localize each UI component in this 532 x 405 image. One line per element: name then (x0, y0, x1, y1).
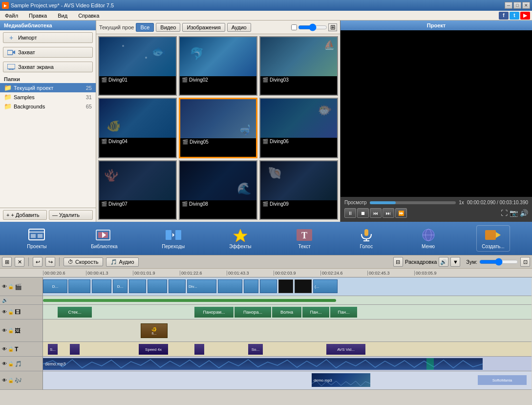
text-clip-2[interactable] (70, 344, 80, 355)
video-thumb-diving01[interactable]: 🐟 🎬 Diving01 (98, 36, 177, 96)
video-clip-black[interactable] (278, 279, 293, 293)
capture-button[interactable]: Захват (3, 47, 93, 58)
redo-button[interactable]: ↪ (45, 257, 55, 267)
filter-audio-button[interactable]: Аудио (227, 23, 251, 32)
video-clip-black2[interactable] (295, 279, 312, 293)
filter-video-button[interactable]: Видео (156, 23, 180, 32)
video-clip-7[interactable] (169, 279, 186, 293)
folder-current-project[interactable]: 📁 Текущий проект 25 (0, 83, 96, 92)
video-clip-8[interactable] (218, 279, 242, 293)
effect-clip-5[interactable]: Пан... (302, 307, 329, 318)
video-clip-9[interactable] (244, 279, 258, 293)
close-button[interactable]: ✕ (522, 2, 530, 9)
softomania-watermark[interactable]: SoftoMania (478, 375, 527, 385)
track-content-area[interactable]: D... D... Div... (... (43, 277, 532, 390)
projects-icon (28, 228, 45, 242)
menu-file[interactable]: Файл (2, 12, 21, 20)
volume-button[interactable]: 🔊 (520, 209, 528, 217)
minimize-button[interactable]: ─ (505, 2, 512, 9)
window-controls[interactable]: ─ □ ✕ (505, 2, 530, 9)
youtube-icon[interactable]: ▶ (520, 12, 530, 20)
fast-forward-button[interactable]: ⏭ (383, 208, 394, 218)
video-clip-10[interactable] (260, 279, 277, 293)
menu-edit[interactable]: Правка (26, 12, 50, 20)
video-clip-1[interactable]: D... (43, 279, 67, 293)
filter-all-button[interactable]: Все (136, 23, 154, 32)
audio-button[interactable]: 🎵 Аудио (106, 257, 139, 267)
tool-projects[interactable]: Проекты (22, 226, 51, 251)
folder-backgrounds[interactable]: 📁 Backgrounds 65 (0, 102, 96, 111)
text-clip-1[interactable]: S... (48, 344, 58, 355)
video-clip-2[interactable] (68, 279, 90, 293)
speed-button[interactable]: ⏱ Скорость (64, 257, 103, 266)
title-bar: ▶ Sample Project.vep* - AVS Video Editor… (0, 0, 532, 11)
video-thumb-diving02[interactable]: 🐬 🎬 Diving02 (179, 36, 257, 96)
menu-help[interactable]: Справка (75, 12, 102, 20)
stop-button[interactable]: ⏹ (357, 208, 369, 218)
tool-text[interactable]: T Текст (291, 226, 318, 251)
video-clip-4[interactable]: D... (113, 279, 128, 293)
storyboard-icon-button[interactable]: ⊟ (393, 257, 403, 267)
effect-clip-4[interactable]: Волна (272, 307, 301, 318)
audio-marker[interactable] (426, 358, 434, 370)
tool-effects[interactable]: Эффекты (224, 226, 256, 251)
screenshot-button[interactable]: 📷 (510, 209, 518, 217)
text-clip-3[interactable] (194, 344, 204, 355)
remove-folder-button[interactable]: — Удалить (49, 210, 93, 220)
video-icon: 🎬 (182, 201, 188, 207)
play-pause-button[interactable]: ⏸ (344, 208, 356, 218)
video-clip-div[interactable]: Div... (187, 279, 216, 293)
text-clip-speed[interactable]: Speed 4x (139, 344, 168, 355)
video-thumb-diving06[interactable]: 🐡 🎬 Diving06 (259, 98, 338, 158)
tool-voice[interactable]: Голос (353, 226, 380, 251)
tool-create[interactable]: Создать... (476, 225, 510, 252)
volume-icon[interactable]: 🔊 (439, 257, 448, 267)
audio-mix-button[interactable]: ▼ (450, 257, 460, 267)
video-clip-5[interactable] (129, 279, 146, 293)
tool-menu[interactable]: Меню (415, 226, 442, 251)
text-track: S... Speed 4x So... AVS Vid... (43, 342, 532, 357)
text-clip-avs[interactable]: AVS Vid... (326, 344, 365, 355)
text-clip-so[interactable]: So... (248, 344, 263, 355)
overlay-clip[interactable]: 🐠 fi... (141, 323, 168, 338)
effect-clip-6[interactable]: Пан... (330, 307, 357, 318)
search-checkbox[interactable] (291, 24, 297, 30)
tool-transitions[interactable]: Переходы (157, 226, 190, 251)
storyboard-grid-button[interactable]: ⊞ (2, 257, 12, 267)
fullscreen-button[interactable]: ⛶ (501, 209, 508, 217)
effect-clip-3[interactable]: Панора... (234, 307, 271, 318)
video-thumb-diving05[interactable]: 🤿 🎬 Diving05 (179, 98, 257, 158)
video-thumb-diving09[interactable]: 🐚 🎬 Diving09 (259, 160, 338, 220)
tool-library[interactable]: Библиотека (86, 226, 122, 251)
add-folder-button[interactable]: + + Добавить (3, 210, 47, 220)
zoom-slider[interactable] (479, 258, 518, 266)
zoom-slider[interactable] (298, 23, 327, 31)
maximize-button[interactable]: □ (513, 2, 521, 9)
folder-samples[interactable]: 📁 Samples 31 (0, 92, 96, 102)
audio2-clip[interactable]: demo.mp3 (312, 373, 370, 387)
filter-images-button[interactable]: Изображения (182, 23, 225, 32)
effect-clip-1[interactable]: Стек... (58, 307, 92, 318)
video-thumb-diving04[interactable]: 🐠 🎬 Diving04 (98, 98, 177, 158)
video-thumb-diving07[interactable]: 🪸 🎬 Diving07 (98, 160, 177, 220)
grid-view-button[interactable]: ⊞ (328, 23, 337, 31)
zoom-fit-button[interactable]: ⊡ (520, 257, 530, 267)
timeline-toolbar: ⊞ ✕ ↩ ↪ ⏱ Скорость 🎵 Аудио ⊟ Раскадровка… (0, 255, 532, 269)
rewind-button[interactable]: ⏮ (370, 208, 382, 218)
delete-clip-button[interactable]: ✕ (15, 257, 24, 267)
effect-clip-2[interactable]: Панорам... (194, 307, 234, 318)
progress-bar[interactable] (370, 201, 456, 204)
undo-button[interactable]: ↩ (33, 257, 43, 267)
video-clip-3[interactable] (92, 279, 111, 293)
video-thumb-diving08[interactable]: 🌊 🎬 Diving08 (179, 160, 257, 220)
audio-waveform-track[interactable]: demo.mp3 (43, 358, 483, 370)
next-frame-button[interactable]: ⏩ (395, 208, 407, 218)
menu-view[interactable]: Вид (55, 12, 70, 20)
video-thumb-diving03[interactable]: ⛵ 🎬 Diving03 (259, 36, 338, 96)
video-clip-6[interactable] (148, 279, 167, 293)
capture-screen-button[interactable]: Захват экрана (3, 62, 93, 72)
import-button[interactable]: + Импорт (3, 32, 93, 43)
facebook-icon[interactable]: f (499, 12, 509, 20)
video-clip-end[interactable]: (... (313, 279, 338, 293)
twitter-icon[interactable]: t (510, 12, 519, 20)
